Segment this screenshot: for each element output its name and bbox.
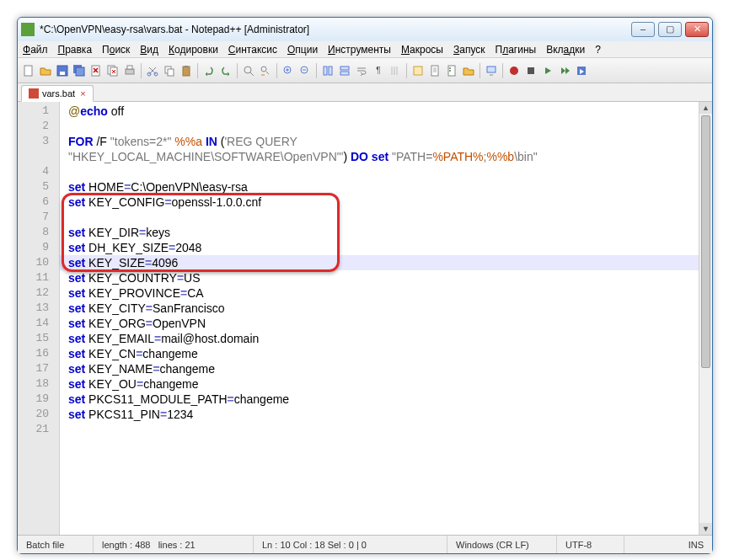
doc-map-icon[interactable] — [427, 63, 442, 78]
zoom-out-icon[interactable] — [297, 63, 313, 78]
line-number: 10 — [18, 255, 59, 270]
show-all-chars-icon[interactable]: ¶ — [371, 63, 386, 78]
zoom-in-icon[interactable] — [281, 63, 296, 78]
menu-view[interactable]: Вид — [140, 44, 158, 56]
wordwrap-icon[interactable] — [354, 63, 369, 78]
line-number: 14 — [18, 316, 59, 331]
tab-vars-bat[interactable]: vars.bat × — [21, 85, 94, 102]
line-number: 7 — [18, 210, 59, 225]
redo-icon[interactable] — [218, 63, 233, 78]
folder-icon[interactable] — [461, 63, 476, 78]
paste-icon[interactable] — [179, 63, 194, 78]
sync-v-icon[interactable] — [320, 63, 335, 78]
svg-rect-15 — [185, 66, 188, 67]
line-number: 11 — [18, 270, 59, 285]
svg-point-16 — [244, 67, 251, 73]
menu-help[interactable]: ? — [595, 44, 601, 56]
line-number: 9 — [18, 240, 59, 255]
tab-close-icon[interactable]: × — [80, 88, 85, 99]
record-macro-icon[interactable] — [506, 63, 522, 78]
editor-area: 123456789101112131415161718192021 @echo … — [18, 102, 712, 535]
menu-tabs[interactable]: Вкладки — [546, 44, 585, 56]
menu-plugins[interactable]: Плагины — [496, 44, 537, 56]
tab-bar: vars.bat × — [18, 83, 712, 102]
lang-icon[interactable] — [410, 63, 426, 78]
menu-tools[interactable]: Инструменты — [328, 44, 391, 56]
toolbar-separator — [276, 63, 277, 78]
title-bar[interactable]: *C:\OpenVPN\easy-rsa\vars.bat - Notepad+… — [18, 18, 712, 41]
status-bar: Batch file length : 488 lines : 21 Ln : … — [18, 535, 712, 553]
toolbar-separator — [480, 63, 480, 78]
status-eol: Windows (CR LF) — [447, 536, 557, 553]
svg-point-28 — [449, 70, 451, 72]
svg-rect-25 — [431, 66, 438, 76]
menu-options[interactable]: Опции — [287, 44, 318, 56]
svg-rect-20 — [324, 67, 327, 75]
status-length: length : 488 lines : 21 — [94, 536, 254, 553]
svg-rect-13 — [168, 69, 174, 76]
undo-icon[interactable] — [201, 63, 217, 78]
sync-h-icon[interactable] — [337, 63, 352, 78]
code-view[interactable]: @echo off FOR /F "tokens=2*" %%a IN ('RE… — [60, 102, 712, 535]
scroll-down-icon[interactable]: ▼ — [699, 523, 712, 535]
svg-rect-9 — [127, 66, 132, 69]
minimize-button[interactable]: – — [631, 22, 655, 37]
svg-point-27 — [449, 67, 451, 69]
line-number: 13 — [18, 301, 59, 316]
save-icon[interactable] — [55, 63, 70, 78]
status-encoding: UTF-8 — [557, 536, 624, 553]
indent-guide-icon[interactable] — [388, 63, 403, 78]
line-number: 8 — [18, 225, 59, 240]
save-all-icon[interactable] — [72, 63, 87, 78]
menu-file[interactable]: Файл — [23, 44, 48, 56]
maximize-button[interactable]: ▢ — [658, 22, 682, 37]
save-macro-icon[interactable] — [574, 63, 589, 78]
replace-icon[interactable] — [258, 63, 273, 78]
vertical-scrollbar[interactable]: ▲ ▼ — [699, 102, 712, 535]
menu-syntax[interactable]: Синтаксис — [228, 44, 277, 56]
monitor-icon[interactable] — [484, 63, 499, 78]
app-window: *C:\OpenVPN\easy-rsa\vars.bat - Notepad+… — [17, 17, 713, 554]
stop-macro-icon[interactable] — [523, 63, 538, 78]
tab-label: vars.bat — [42, 88, 75, 99]
line-number: 16 — [18, 346, 59, 361]
scroll-thumb[interactable] — [701, 115, 710, 368]
status-language: Batch file — [18, 536, 94, 553]
toolbar-separator — [197, 63, 198, 78]
menu-search[interactable]: Поиск — [102, 44, 130, 56]
scroll-up-icon[interactable]: ▲ — [699, 102, 712, 114]
close-button[interactable]: ✕ — [685, 22, 709, 37]
menu-encoding[interactable]: Кодировки — [169, 44, 218, 56]
close-all-icon[interactable] — [105, 63, 121, 78]
menu-edit[interactable]: Правка — [58, 44, 93, 56]
svg-rect-23 — [340, 72, 349, 75]
svg-rect-22 — [340, 67, 349, 70]
play-macro-icon[interactable] — [540, 63, 555, 78]
window-title: *C:\OpenVPN\easy-rsa\vars.bat - Notepad+… — [40, 24, 631, 35]
line-number — [18, 149, 59, 164]
cut-icon[interactable] — [145, 63, 160, 78]
line-number: 4 — [18, 164, 59, 179]
find-icon[interactable] — [241, 63, 256, 78]
line-number: 3 — [18, 134, 59, 149]
menu-macro[interactable]: Макросы — [401, 44, 443, 56]
status-position: Ln : 10 Col : 18 Sel : 0 | 0 — [254, 536, 447, 553]
svg-rect-14 — [183, 67, 190, 76]
function-list-icon[interactable] — [444, 63, 459, 78]
svg-rect-8 — [126, 69, 134, 74]
svg-point-17 — [261, 67, 266, 72]
line-number: 2 — [18, 119, 59, 134]
svg-rect-4 — [76, 67, 84, 76]
toolbar-separator — [316, 63, 317, 78]
toolbar-separator — [141, 63, 142, 78]
line-number: 15 — [18, 331, 59, 346]
menu-run[interactable]: Запуск — [453, 44, 485, 56]
new-file-icon[interactable] — [21, 63, 36, 78]
close-file-icon[interactable] — [88, 63, 104, 78]
line-number: 5 — [18, 179, 59, 195]
open-file-icon[interactable] — [38, 63, 53, 78]
print-icon[interactable] — [122, 63, 137, 78]
copy-icon[interactable] — [162, 63, 177, 78]
play-multi-icon[interactable] — [557, 63, 572, 78]
line-number: 20 — [18, 407, 59, 422]
